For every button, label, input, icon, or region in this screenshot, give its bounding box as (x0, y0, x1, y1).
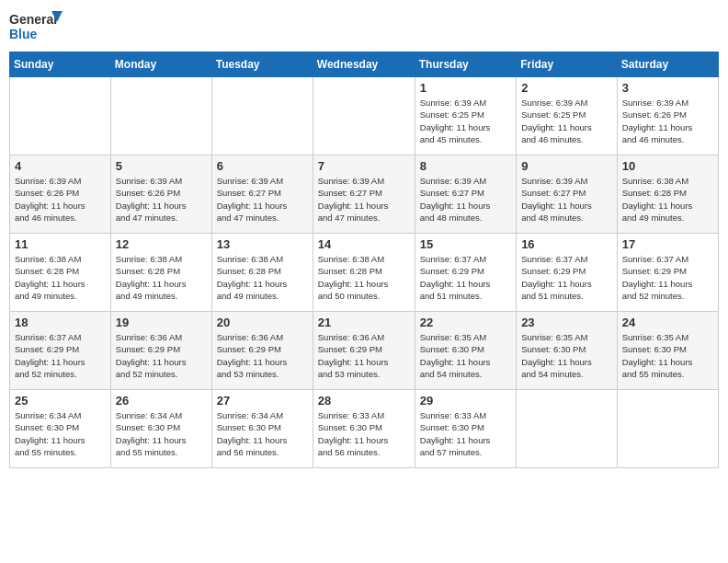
day-info: Sunrise: 6:33 AM Sunset: 6:30 PM Dayligh… (420, 409, 511, 458)
calendar-week-row: 4Sunrise: 6:39 AM Sunset: 6:26 PM Daylig… (10, 155, 719, 234)
calendar-week-row: 25Sunrise: 6:34 AM Sunset: 6:30 PM Dayli… (10, 390, 719, 468)
calendar-cell: 21Sunrise: 6:36 AM Sunset: 6:29 PM Dayli… (313, 312, 415, 390)
calendar-cell: 16Sunrise: 6:37 AM Sunset: 6:29 PM Dayli… (517, 234, 618, 312)
calendar-cell: 25Sunrise: 6:34 AM Sunset: 6:30 PM Dayli… (10, 390, 111, 468)
calendar-header-row: SundayMondayTuesdayWednesdayThursdayFrid… (10, 52, 719, 77)
day-info: Sunrise: 6:39 AM Sunset: 6:26 PM Dayligh… (116, 175, 207, 224)
calendar-cell: 8Sunrise: 6:39 AM Sunset: 6:27 PM Daylig… (415, 155, 516, 234)
day-info: Sunrise: 6:37 AM Sunset: 6:29 PM Dayligh… (15, 331, 106, 380)
day-number: 7 (318, 159, 410, 173)
day-number: 5 (116, 159, 207, 173)
calendar-week-row: 1Sunrise: 6:39 AM Sunset: 6:25 PM Daylig… (10, 77, 719, 155)
logo-icon: GeneralBlue (9, 9, 64, 44)
calendar-cell: 27Sunrise: 6:34 AM Sunset: 6:30 PM Dayli… (211, 390, 313, 468)
day-number: 2 (521, 81, 612, 95)
day-info: Sunrise: 6:38 AM Sunset: 6:28 PM Dayligh… (318, 253, 410, 302)
day-number: 21 (318, 316, 410, 329)
day-of-week-header: Monday (110, 52, 211, 77)
calendar-cell (10, 77, 111, 155)
day-info: Sunrise: 6:37 AM Sunset: 6:29 PM Dayligh… (521, 253, 612, 302)
day-number: 23 (521, 316, 612, 329)
calendar-cell: 26Sunrise: 6:34 AM Sunset: 6:30 PM Dayli… (110, 390, 211, 468)
calendar-cell: 24Sunrise: 6:35 AM Sunset: 6:30 PM Dayli… (617, 312, 718, 390)
day-info: Sunrise: 6:38 AM Sunset: 6:28 PM Dayligh… (116, 253, 207, 302)
calendar-cell: 14Sunrise: 6:38 AM Sunset: 6:28 PM Dayli… (313, 234, 415, 312)
day-number: 26 (116, 394, 207, 408)
day-info: Sunrise: 6:39 AM Sunset: 6:27 PM Dayligh… (521, 175, 612, 224)
day-info: Sunrise: 6:33 AM Sunset: 6:30 PM Dayligh… (318, 409, 410, 458)
day-number: 24 (622, 316, 713, 329)
calendar-cell: 29Sunrise: 6:33 AM Sunset: 6:30 PM Dayli… (415, 390, 516, 468)
calendar-cell: 13Sunrise: 6:38 AM Sunset: 6:28 PM Dayli… (211, 234, 313, 312)
calendar-cell: 28Sunrise: 6:33 AM Sunset: 6:30 PM Dayli… (313, 390, 415, 468)
day-number: 19 (116, 316, 207, 329)
day-info: Sunrise: 6:37 AM Sunset: 6:29 PM Dayligh… (420, 253, 511, 302)
calendar-week-row: 18Sunrise: 6:37 AM Sunset: 6:29 PM Dayli… (10, 312, 719, 390)
day-number: 29 (420, 394, 511, 408)
day-info: Sunrise: 6:34 AM Sunset: 6:30 PM Dayligh… (116, 409, 207, 458)
calendar-week-row: 11Sunrise: 6:38 AM Sunset: 6:28 PM Dayli… (10, 234, 719, 312)
calendar-cell: 19Sunrise: 6:36 AM Sunset: 6:29 PM Dayli… (110, 312, 211, 390)
day-info: Sunrise: 6:35 AM Sunset: 6:30 PM Dayligh… (420, 331, 511, 380)
day-info: Sunrise: 6:39 AM Sunset: 6:25 PM Dayligh… (521, 97, 612, 145)
day-number: 27 (217, 394, 308, 408)
day-info: Sunrise: 6:38 AM Sunset: 6:28 PM Dayligh… (622, 175, 713, 224)
calendar-cell (517, 390, 618, 468)
calendar-cell: 12Sunrise: 6:38 AM Sunset: 6:28 PM Dayli… (110, 234, 211, 312)
day-number: 22 (420, 316, 511, 329)
day-info: Sunrise: 6:38 AM Sunset: 6:28 PM Dayligh… (217, 253, 308, 302)
day-info: Sunrise: 6:34 AM Sunset: 6:30 PM Dayligh… (15, 409, 106, 458)
day-of-week-header: Wednesday (313, 52, 415, 77)
day-info: Sunrise: 6:36 AM Sunset: 6:29 PM Dayligh… (318, 331, 410, 380)
page-header: GeneralBlue (9, 9, 719, 44)
day-info: Sunrise: 6:39 AM Sunset: 6:26 PM Dayligh… (622, 97, 713, 145)
day-info: Sunrise: 6:36 AM Sunset: 6:29 PM Dayligh… (217, 331, 308, 380)
calendar-cell: 15Sunrise: 6:37 AM Sunset: 6:29 PM Dayli… (415, 234, 516, 312)
calendar-table: SundayMondayTuesdayWednesdayThursdayFrid… (9, 52, 719, 468)
day-info: Sunrise: 6:39 AM Sunset: 6:27 PM Dayligh… (420, 175, 511, 224)
day-number: 16 (521, 237, 612, 251)
calendar-cell (110, 77, 211, 155)
day-number: 3 (622, 81, 713, 95)
day-info: Sunrise: 6:39 AM Sunset: 6:27 PM Dayligh… (217, 175, 308, 224)
day-of-week-header: Saturday (617, 52, 718, 77)
day-info: Sunrise: 6:35 AM Sunset: 6:30 PM Dayligh… (521, 331, 612, 380)
logo: GeneralBlue (9, 9, 64, 44)
calendar-cell: 4Sunrise: 6:39 AM Sunset: 6:26 PM Daylig… (10, 155, 111, 234)
day-of-week-header: Friday (517, 52, 618, 77)
calendar-cell: 23Sunrise: 6:35 AM Sunset: 6:30 PM Dayli… (517, 312, 618, 390)
day-info: Sunrise: 6:34 AM Sunset: 6:30 PM Dayligh… (217, 409, 308, 458)
day-info: Sunrise: 6:36 AM Sunset: 6:29 PM Dayligh… (116, 331, 207, 380)
day-number: 28 (318, 394, 410, 408)
day-info: Sunrise: 6:38 AM Sunset: 6:28 PM Dayligh… (15, 253, 106, 302)
calendar-cell: 22Sunrise: 6:35 AM Sunset: 6:30 PM Dayli… (415, 312, 516, 390)
day-number: 11 (15, 237, 106, 251)
calendar-cell (211, 77, 313, 155)
day-number: 13 (217, 237, 308, 251)
day-number: 25 (15, 394, 106, 408)
day-info: Sunrise: 6:39 AM Sunset: 6:27 PM Dayligh… (318, 175, 410, 224)
day-of-week-header: Thursday (415, 52, 516, 77)
calendar-cell: 5Sunrise: 6:39 AM Sunset: 6:26 PM Daylig… (110, 155, 211, 234)
calendar-cell: 9Sunrise: 6:39 AM Sunset: 6:27 PM Daylig… (517, 155, 618, 234)
day-info: Sunrise: 6:35 AM Sunset: 6:30 PM Dayligh… (622, 331, 713, 380)
day-number: 10 (622, 159, 713, 173)
day-info: Sunrise: 6:39 AM Sunset: 6:25 PM Dayligh… (420, 97, 511, 145)
calendar-cell: 2Sunrise: 6:39 AM Sunset: 6:25 PM Daylig… (517, 77, 618, 155)
day-number: 8 (420, 159, 511, 173)
svg-text:Blue: Blue (9, 27, 38, 41)
calendar-cell: 6Sunrise: 6:39 AM Sunset: 6:27 PM Daylig… (211, 155, 313, 234)
calendar-cell: 10Sunrise: 6:38 AM Sunset: 6:28 PM Dayli… (617, 155, 718, 234)
calendar-cell: 1Sunrise: 6:39 AM Sunset: 6:25 PM Daylig… (415, 77, 516, 155)
day-info: Sunrise: 6:37 AM Sunset: 6:29 PM Dayligh… (622, 253, 713, 302)
calendar-cell (617, 390, 718, 468)
calendar-cell: 11Sunrise: 6:38 AM Sunset: 6:28 PM Dayli… (10, 234, 111, 312)
day-number: 20 (217, 316, 308, 329)
day-number: 14 (318, 237, 410, 251)
calendar-cell: 20Sunrise: 6:36 AM Sunset: 6:29 PM Dayli… (211, 312, 313, 390)
day-number: 4 (15, 159, 106, 173)
day-number: 6 (217, 159, 308, 173)
day-of-week-header: Sunday (10, 52, 111, 77)
calendar-cell: 18Sunrise: 6:37 AM Sunset: 6:29 PM Dayli… (10, 312, 111, 390)
day-of-week-header: Tuesday (211, 52, 313, 77)
